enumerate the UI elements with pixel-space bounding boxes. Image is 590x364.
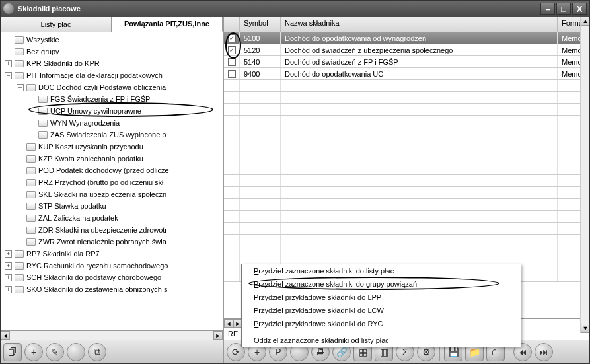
grid-header: Symbol Nazwa składnika Formuł: [224, 17, 589, 32]
folder-icon: [26, 143, 36, 151]
tab-powiazania[interactable]: Powiązania PIT,ZUS,Inne: [112, 17, 223, 32]
tree-view[interactable]: Wszystkie Bez grupy +KPR Składniki do KP…: [1, 32, 223, 330]
menu-assign-to-link-group[interactable]: Przydziel zaznaczone składniki do grupy …: [242, 277, 521, 291]
menu-detach-from-payroll[interactable]: Oddziel zaznaczone składniki od listy pł…: [242, 334, 521, 347]
left-panel: Listy płac Powiązania PIT,ZUS,Inne Wszys…: [1, 17, 224, 363]
scroll-right-icon[interactable]: ►: [213, 331, 223, 340]
tree-item-wyn[interactable]: WYN Wynagrodzenia: [50, 119, 120, 127]
toolbar-list-icon[interactable]: 🗍: [3, 343, 22, 361]
tree-item-rp7[interactable]: RP7 Składniki dla RP7: [26, 250, 100, 258]
tree-item-kzp[interactable]: KZP Kwota zaniechania podatku: [38, 155, 143, 163]
tree-item-zdr[interactable]: ZDR Składki na ubezpieczenie zdrowotr: [38, 226, 167, 234]
tree-item-pit[interactable]: PIT Informacje dla deklaracji podatkowyc…: [26, 71, 163, 79]
tree-item-zas[interactable]: ZAS Świadczenia ZUS wypłacone p: [50, 131, 166, 139]
cell-symbol: 5120: [240, 44, 281, 55]
tree-item-bez-grupy[interactable]: Bez grupy: [26, 48, 59, 55]
folder-icon: [26, 227, 36, 234]
row-checkbox[interactable]: [228, 58, 236, 66]
table-row-empty: [224, 139, 589, 151]
toolbar-add-icon[interactable]: +: [24, 343, 43, 361]
folder-icon: [26, 167, 36, 174]
expander-icon[interactable]: +: [5, 60, 12, 67]
folder-icon: [15, 274, 24, 281]
menu-assign-sample-lpp[interactable]: Przydziel przykładowe składniki do LPP: [242, 291, 521, 304]
expander-icon[interactable]: +: [5, 250, 12, 258]
grid-header-name[interactable]: Nazwa składnika: [281, 17, 558, 32]
table-row[interactable]: 5140Dochód od świadczeń z FP i FGŚPMemo: [224, 56, 589, 68]
tab-listy-plac[interactable]: Listy płac: [1, 17, 112, 32]
folder-icon: [15, 286, 24, 293]
toolbar-remove-icon[interactable]: –: [67, 343, 85, 361]
menu-assign-sample-lcw[interactable]: Przydziel przykładowe składniki do LCW: [242, 304, 521, 317]
window-title: Składniki płacowe: [18, 5, 540, 13]
cell-name: Dochód do opodatkowania UC: [281, 68, 558, 79]
cell-symbol: 9400: [240, 68, 281, 79]
folder-icon: [15, 262, 24, 270]
row-checkbox[interactable]: [228, 70, 236, 78]
folder-icon: [15, 48, 24, 55]
menu-separator: [244, 332, 518, 332]
table-row[interactable]: ✓5120Dochód od świadczeń z ubezpieczenia…: [224, 44, 589, 56]
tree-item-sch[interactable]: SCH Składniki do podstawy chorobowego: [26, 273, 161, 281]
tree-item-prz[interactable]: PRZ Przychód (brutto po odliczeniu skł: [38, 178, 164, 186]
menu-assign-sample-ryc[interactable]: Przydziel przykładowe składniki do RYC: [242, 317, 521, 330]
tree-item-ryc[interactable]: RYC Rachunki do ryczałtu samochodowego: [26, 262, 168, 270]
toolbar-edit-icon[interactable]: ✎: [46, 343, 64, 361]
tree-item-zwr[interactable]: ZWR Zwrot nienależnie pobranych świa: [38, 238, 166, 246]
folder-icon: [26, 215, 36, 222]
toolbar-last-icon[interactable]: ⏭: [535, 343, 553, 361]
expander-icon[interactable]: +: [5, 262, 12, 270]
left-toolbar: 🗍 + ✎ – ⧉: [1, 340, 223, 363]
right-vertical-scrollbar[interactable]: ▲ ▼: [580, 17, 589, 333]
tree-item-sko[interactable]: SKO Składniki do zestawienia obniżonych …: [26, 285, 167, 293]
tree-item-pod[interactable]: POD Podatek dochodowy (przed odlicze: [38, 166, 169, 174]
status-re: RE: [228, 330, 238, 338]
folder-icon: [15, 72, 24, 79]
toolbar-copy-icon[interactable]: ⧉: [88, 343, 106, 361]
table-row-empty: [224, 163, 589, 175]
table-row-empty: [224, 199, 589, 211]
scroll-track[interactable]: [581, 26, 589, 324]
table-row-empty: [224, 211, 589, 223]
cell-symbol: 5140: [240, 56, 281, 67]
expander-icon[interactable]: –: [5, 72, 12, 79]
scroll-left-icon[interactable]: ◄: [224, 319, 233, 328]
table-row-empty: [224, 175, 589, 187]
grid-header-checkbox[interactable]: [224, 17, 240, 32]
scroll-track[interactable]: [10, 331, 213, 340]
tree-item-stp[interactable]: STP Stawka podatku: [38, 202, 106, 210]
tree-item-fgs[interactable]: FGS Świadczenia z FP i FGŚP: [50, 95, 150, 103]
table-row[interactable]: 9400Dochód do opodatkowania UCMemo: [224, 68, 589, 80]
table-row-empty: [224, 246, 589, 258]
scroll-left-icon[interactable]: ◄: [1, 331, 10, 340]
tree-item-wszystkie[interactable]: Wszystkie: [26, 36, 59, 44]
expander-icon[interactable]: +: [5, 286, 12, 293]
expander-icon[interactable]: +: [5, 274, 12, 281]
cell-name: Dochód od świadczeń z FP i FGŚP: [281, 56, 558, 67]
folder-icon: [38, 96, 48, 103]
expander-icon[interactable]: –: [17, 84, 24, 91]
tree-item-kup[interactable]: KUP Koszt uzyskania przychodu: [38, 143, 143, 151]
minimize-button[interactable]: –: [540, 3, 555, 15]
tree-item-kpr[interactable]: KPR Składniki do KPR: [26, 59, 100, 67]
tree-item-ucp[interactable]: UCP Umowy cywilnoprawne: [50, 107, 141, 115]
grid-header-symbol[interactable]: Symbol: [240, 17, 281, 32]
row-checkbox[interactable]: ✓: [228, 34, 236, 42]
folder-icon: [15, 250, 24, 258]
table-row-empty: [224, 80, 589, 92]
tree-item-doc[interactable]: DOC Dochód czyli Podstawa obliczenia: [38, 83, 166, 91]
left-horizontal-scrollbar[interactable]: ◄ ►: [1, 330, 223, 340]
table-row[interactable]: ✓5100Dochód do opodatkowania od wynagrod…: [224, 32, 589, 44]
tree-item-zal[interactable]: ZAL Zaliczka na podatek: [38, 214, 118, 222]
cell-name: Dochód od świadczeń z ubezpieczenia społ…: [281, 44, 558, 55]
maximize-button[interactable]: □: [556, 3, 571, 15]
scroll-down-icon[interactable]: ▼: [581, 324, 589, 333]
scroll-up-icon[interactable]: ▲: [581, 17, 589, 26]
titlebar: Składniki płacowe – □ X: [1, 1, 589, 17]
close-button[interactable]: X: [572, 3, 587, 15]
tree-item-skl[interactable]: SKL Składki na ubezpieczenia społeczn: [38, 190, 166, 198]
folder-icon: [26, 203, 36, 210]
row-checkbox[interactable]: ✓: [228, 46, 236, 54]
table-row-empty: [224, 235, 589, 246]
menu-assign-to-payroll[interactable]: Przydziel zaznaczone składniki do listy …: [242, 264, 521, 277]
